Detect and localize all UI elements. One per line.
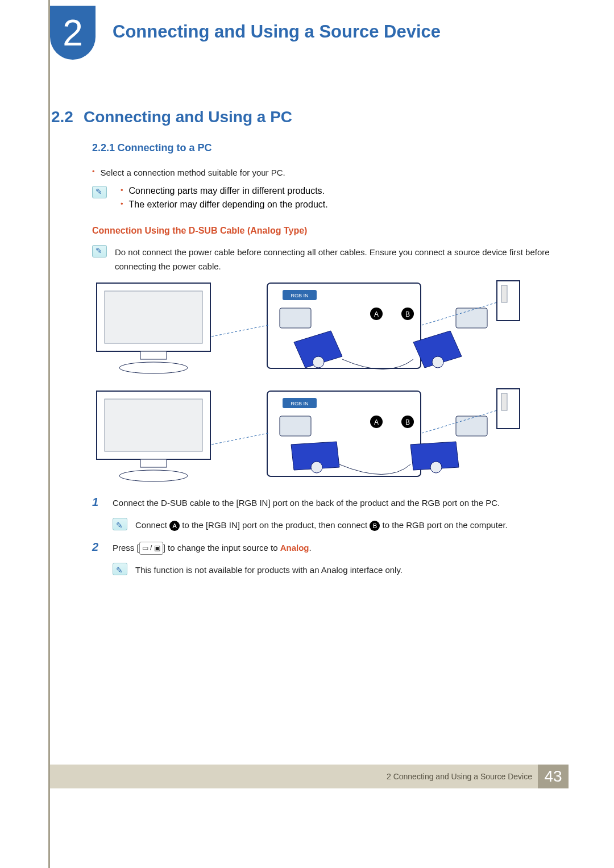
note-text: Do not connect the power cable before co… [115, 245, 569, 274]
step-number: 1 [92, 496, 102, 533]
step-note: This function is not available for produ… [135, 563, 403, 578]
connection-diagram-1: RGB IN A B [92, 280, 569, 376]
label-b: B [405, 310, 410, 318]
subsection-number: 2.2.1 [92, 142, 115, 153]
port-label: RGB IN [291, 293, 308, 298]
step-text: Connect the D-SUB cable to the [RGB IN] … [113, 498, 500, 508]
svg-text:A: A [374, 418, 379, 426]
svg-rect-25 [280, 416, 311, 436]
step-2: 2 Press [▭ / ▣] to change the input sour… [92, 541, 569, 578]
svg-rect-6 [280, 308, 311, 328]
label-b-icon: B [370, 521, 380, 531]
step-1: 1 Connect the D-SUB cable to the [RGB IN… [92, 496, 569, 533]
section-title: Connecting and Using a PC [84, 108, 292, 126]
chapter-number: 2 [63, 12, 83, 54]
svg-line-16 [211, 325, 268, 337]
bullet-icon: • [121, 186, 123, 196]
left-margin-rule [48, 0, 50, 868]
source-button-icon: ▭ / ▣ [139, 542, 163, 554]
analog-keyword: Analog [280, 543, 309, 553]
note-icon [113, 563, 127, 575]
footer-page-number: 43 [538, 765, 569, 788]
svg-point-34 [430, 462, 442, 473]
svg-point-21 [119, 470, 188, 481]
bullet-text: The exterior may differ depending on the… [129, 200, 328, 210]
svg-rect-19 [105, 399, 202, 451]
label-a-icon: A [169, 521, 180, 531]
svg-text:B: B [405, 418, 410, 426]
bullet-text: Connecting parts may differ in different… [129, 186, 325, 196]
bullet-text: Select a connection method suitable for … [101, 165, 285, 180]
svg-rect-35 [497, 389, 520, 429]
bullet-icon: • [92, 165, 95, 180]
svg-point-8 [313, 356, 324, 368]
numbered-steps: 1 Connect the D-SUB cable to the [RGB IN… [92, 496, 569, 578]
section-heading: 2.2 Connecting and Using a PC [51, 108, 569, 126]
svg-rect-14 [497, 281, 520, 321]
svg-rect-15 [501, 285, 507, 302]
connection-diagram-2: RGB IN A B [92, 388, 569, 484]
step-note: Connect A to the [RGB IN] port on the pr… [135, 518, 508, 533]
svg-rect-20 [140, 459, 167, 467]
body-bullet: • Select a connection method suitable fo… [92, 165, 569, 180]
footer-bar: 2 Connecting and Using a Source Device 4… [50, 765, 569, 788]
note-block: Do not connect the power cable before co… [92, 245, 569, 274]
note-icon [92, 245, 107, 258]
svg-point-3 [119, 362, 188, 373]
svg-text:RGB IN: RGB IN [291, 401, 308, 406]
section-number: 2.2 [51, 108, 73, 126]
label-a: A [374, 310, 379, 318]
svg-rect-36 [501, 393, 507, 410]
note-content: • Connecting parts may differ in differe… [115, 186, 328, 213]
page-content: 2.2 Connecting and Using a PC 2.2.1 Conn… [51, 108, 569, 585]
svg-rect-2 [140, 351, 167, 359]
svg-rect-11 [456, 308, 487, 328]
bullet-icon: • [121, 200, 123, 210]
svg-point-27 [311, 462, 322, 473]
svg-point-13 [432, 356, 443, 368]
subsection-title: Connecting to a PC [118, 142, 212, 153]
svg-rect-1 [105, 291, 202, 343]
svg-rect-32 [456, 416, 487, 436]
note-block: • Connecting parts may differ in differe… [92, 186, 569, 213]
chapter-title: Connecting and Using a Source Device [113, 22, 441, 42]
subheading-red: Connection Using the D-SUB Cable (Analog… [92, 226, 569, 236]
footer-label: 2 Connecting and Using a Source Device [387, 772, 538, 781]
note-icon [113, 518, 127, 530]
chapter-badge: 2 [50, 6, 96, 60]
note-icon [92, 186, 107, 198]
svg-line-37 [211, 433, 268, 445]
step-number: 2 [92, 541, 102, 578]
subsection-heading: 2.2.1 Connecting to a PC [92, 142, 569, 154]
